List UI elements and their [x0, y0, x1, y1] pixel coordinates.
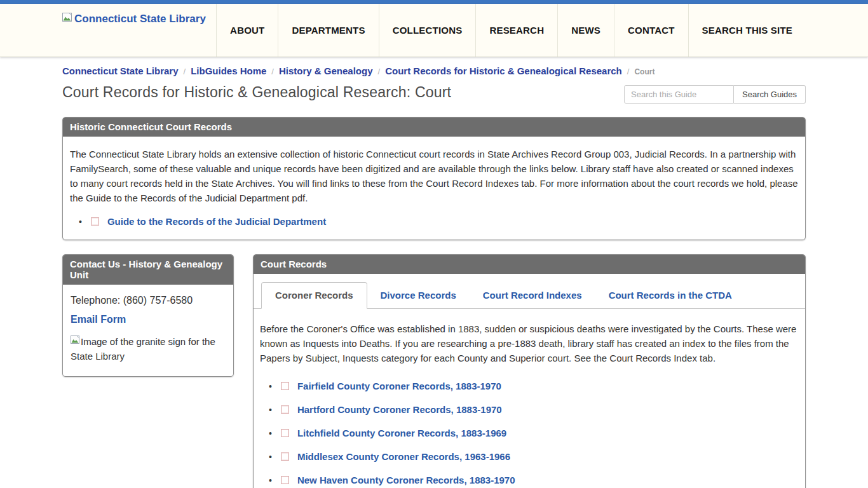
court-records-box-title: Court Records — [254, 255, 805, 274]
main-nav: ABOUT DEPARTMENTS COLLECTIONS RESEARCH N… — [216, 4, 806, 57]
hartford-coroner-records-link[interactable]: Hartford County Coroner Records, 1883-19… — [297, 404, 502, 415]
nav-item-departments[interactable]: DEPARTMENTS — [278, 4, 378, 57]
broken-image-icon — [281, 452, 289, 461]
list-item: Litchfield County Coroner Records, 1883-… — [269, 428, 799, 438]
page-title: Court Records for Historic & Genealogica… — [62, 84, 451, 101]
site-header: Connecticut State Library ABOUT DEPARTME… — [0, 4, 868, 57]
tab-court-records-in-the-ctda[interactable]: Court Records in the CTDA — [595, 283, 745, 308]
broken-image-icon — [281, 429, 289, 437]
breadcrumb-link-history-genealogy[interactable]: History & Genealogy — [279, 65, 373, 76]
broken-image-icon — [281, 476, 289, 484]
list-item: Middlesex County Coroner Records, 1963-1… — [269, 451, 799, 462]
search-guides-button[interactable]: Search Guides — [734, 85, 806, 104]
historic-box-title: Historic Connecticut Court Records — [63, 118, 805, 137]
broken-image-icon — [281, 382, 289, 390]
historic-box-paragraph: The Connecticut State Library holds an e… — [70, 147, 798, 205]
broken-image-icon — [91, 217, 99, 226]
judicial-department-guide-link[interactable]: Guide to the Records of the Judicial Dep… — [107, 216, 326, 227]
broken-image-icon — [281, 405, 289, 414]
contact-telephone: Telephone: (860) 757-6580 — [71, 295, 226, 306]
search-guide-input[interactable] — [624, 85, 734, 104]
nav-item-news[interactable]: NEWS — [557, 4, 614, 57]
new-haven-coroner-records-link[interactable]: New Haven County Coroner Records, 1883-1… — [297, 475, 515, 485]
tab-coroner-records[interactable]: Coroner Records — [261, 282, 367, 309]
coroner-records-panel: Before the Coroner's Office was establis… — [254, 309, 805, 488]
list-item: New Haven County Coroner Records, 1883-1… — [269, 475, 799, 485]
breadcrumb: Connecticut State Library LibGuides Home… — [62, 65, 806, 76]
broken-image-icon — [71, 334, 81, 349]
guide-search: Search Guides — [624, 85, 806, 104]
contact-us-box: Contact Us - History & Genealogy Unit Te… — [62, 254, 234, 377]
breadcrumb-link-court-records-guide[interactable]: Court Records for Historic & Genealogica… — [385, 65, 622, 76]
nav-item-about[interactable]: ABOUT — [216, 4, 278, 57]
nav-item-collections[interactable]: COLLECTIONS — [379, 4, 476, 57]
tab-court-record-indexes[interactable]: Court Record Indexes — [470, 283, 595, 308]
tab-divorce-records[interactable]: Divorce Records — [367, 283, 470, 308]
fairfield-coroner-records-link[interactable]: Fairfield County Coroner Records, 1883-1… — [297, 381, 501, 391]
nav-item-contact[interactable]: CONTACT — [614, 4, 688, 57]
site-logo-text: Connecticut State Library — [74, 13, 206, 25]
broken-image-icon — [62, 13, 73, 25]
contact-image-alt-text: Image of the granite sign for the State … — [71, 336, 215, 362]
historic-court-records-box: Historic Connecticut Court Records The C… — [62, 117, 806, 240]
list-item: Guide to the Records of the Judicial Dep… — [79, 216, 798, 227]
site-logo-link[interactable]: Connecticut State Library — [62, 4, 206, 57]
court-records-box: Court Records Coroner Records Divorce Re… — [253, 254, 806, 488]
email-form-link[interactable]: Email Form — [71, 314, 126, 325]
breadcrumb-link-library[interactable]: Connecticut State Library — [62, 65, 179, 76]
list-item: Fairfield County Coroner Records, 1883-1… — [269, 381, 799, 391]
breadcrumb-link-libguides-home[interactable]: LibGuides Home — [191, 65, 266, 76]
court-records-tabs: Coroner Records Divorce Records Court Re… — [254, 274, 805, 309]
breadcrumb-current: Court — [634, 67, 654, 76]
nav-item-research[interactable]: RESEARCH — [475, 4, 557, 57]
coroner-records-paragraph: Before the Coroner's Office was establis… — [260, 322, 799, 365]
contact-image-placeholder: Image of the granite sign for the State … — [71, 334, 226, 363]
middlesex-coroner-records-link[interactable]: Middlesex County Coroner Records, 1963-1… — [297, 451, 510, 462]
nav-item-search-this-site[interactable]: SEARCH THIS SITE — [688, 4, 806, 57]
contact-box-title: Contact Us - History & Genealogy Unit — [63, 255, 233, 285]
litchfield-coroner-records-link[interactable]: Litchfield County Coroner Records, 1883-… — [297, 428, 506, 438]
list-item: Hartford County Coroner Records, 1883-19… — [269, 404, 799, 415]
